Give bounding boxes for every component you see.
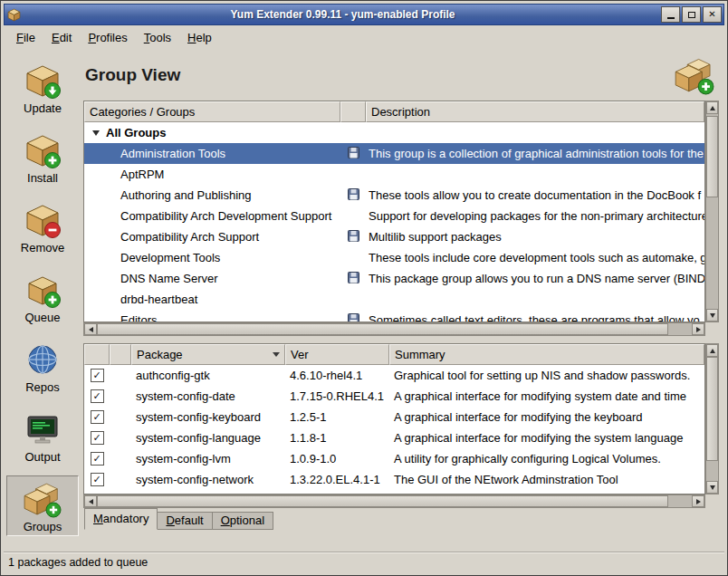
package-version: 1.1.8-1: [285, 431, 389, 445]
column-header-icon[interactable]: [340, 101, 366, 122]
titlebar[interactable]: Yum Extender 0.99.11 - yum-enabled Profi…: [4, 4, 724, 25]
group-row[interactable]: Administration Tools This group is a col…: [84, 143, 704, 164]
group-name: Administration Tools: [84, 147, 340, 160]
group-row[interactable]: Development Tools These tools include co…: [84, 247, 704, 268]
column-header-summary[interactable]: Summary: [389, 344, 704, 365]
menu-tools[interactable]: Tools: [137, 28, 178, 47]
menu-profiles[interactable]: Profiles: [81, 28, 134, 47]
column-header-description[interactable]: Description: [366, 101, 704, 122]
sidebar-item-groups[interactable]: Groups: [6, 475, 79, 536]
sidebar-item-update[interactable]: Update: [6, 57, 79, 118]
scroll-left-button[interactable]: [84, 323, 97, 335]
package-summary: A graphical interface for modifying the …: [389, 431, 704, 445]
menu-help[interactable]: Help: [180, 28, 219, 47]
sidebar: Update Install: [4, 50, 81, 552]
minimize-button[interactable]: [661, 6, 680, 23]
output-monitor-icon: [23, 409, 62, 449]
groups-icon: [23, 479, 62, 519]
column-header-checkbox[interactable]: [84, 344, 110, 365]
sort-arrow-icon[interactable]: [273, 352, 280, 357]
tab-optional[interactable]: Optional: [213, 512, 273, 530]
hscroll-thumb[interactable]: [97, 323, 668, 335]
group-name: Compatibility Arch Development Support: [84, 209, 340, 223]
package-row[interactable]: system-config-lvm 1.0.9-1.0 A utility fo…: [84, 448, 704, 469]
sidebar-label: Queue: [24, 311, 60, 324]
group-row[interactable]: Authoring and Publishing These tools all…: [84, 185, 704, 206]
group-description: This group is a collection of graphical …: [366, 147, 704, 160]
group-name: Authoring and Publishing: [84, 188, 340, 202]
package-checkbox-checked[interactable]: [91, 452, 104, 466]
installed-icon: [348, 188, 359, 203]
group-name: Compatibility Arch Support: [84, 230, 340, 244]
maximize-button[interactable]: [682, 6, 701, 23]
group-name: Editors: [84, 313, 340, 322]
install-icon: [23, 130, 62, 170]
expander-icon[interactable]: [92, 130, 100, 136]
groups-vscrollbar[interactable]: [705, 101, 719, 322]
queue-icon: [23, 270, 62, 310]
content: Update Install: [4, 50, 724, 552]
groups-hscrollbar[interactable]: [83, 322, 705, 336]
tab-mandatory[interactable]: Mandatory: [84, 508, 158, 530]
packages-vscrollbar[interactable]: [705, 343, 719, 494]
package-name: system-config-date: [131, 389, 285, 403]
column-header-package[interactable]: Package: [131, 344, 285, 365]
group-name: drbd-heartbeat: [84, 293, 340, 306]
arrow-down-icon: [710, 485, 715, 490]
menu-edit[interactable]: Edit: [44, 28, 79, 47]
group-row[interactable]: Compatibility Arch Support Multilib supp…: [84, 226, 704, 247]
package-checkbox-checked[interactable]: [91, 389, 104, 403]
installed-icon: [348, 272, 359, 286]
tab-default[interactable]: Default: [158, 512, 212, 530]
sidebar-item-repos[interactable]: Repos: [6, 336, 79, 397]
package-row[interactable]: system-config-language 1.1.8-1 A graphic…: [84, 427, 704, 448]
package-row[interactable]: system-config-date 1.7.15-0.RHEL4.1 A gr…: [84, 386, 704, 407]
window-title: Yum Extender 0.99.11 - yum-enabled Profi…: [24, 8, 661, 21]
scroll-right-button[interactable]: [692, 495, 704, 507]
sidebar-item-output[interactable]: Output: [6, 406, 79, 466]
package-checkbox-checked[interactable]: [91, 473, 104, 486]
menu-file[interactable]: File: [9, 28, 43, 47]
package-row[interactable]: system-config-network 1.3.22.0.EL.4.1-1 …: [84, 469, 704, 490]
group-row[interactable]: AptRPM: [84, 164, 704, 185]
hscroll-thumb[interactable]: [97, 495, 668, 507]
package-version: 1.0.9-1.0: [285, 452, 389, 466]
scroll-up-button[interactable]: [706, 101, 718, 114]
group-row[interactable]: Editors Sometimes called text editors, t…: [84, 310, 704, 322]
installed-icon: [348, 147, 359, 161]
package-checkbox-checked[interactable]: [91, 431, 104, 445]
scroll-left-button[interactable]: [84, 495, 97, 507]
group-row[interactable]: drbd-heartbeat: [84, 289, 704, 310]
packages-hscrollbar[interactable]: [83, 494, 705, 508]
package-summary: A graphical interface for modifying syst…: [389, 389, 704, 403]
package-checkbox-checked[interactable]: [91, 410, 104, 424]
group-description: Multilib support packages: [366, 230, 704, 244]
column-header-ver[interactable]: Ver: [285, 344, 389, 365]
group-root-row[interactable]: All Groups: [84, 122, 704, 143]
column-header-categories[interactable]: Categories / Groups: [84, 101, 340, 122]
vscroll-thumb[interactable]: [706, 116, 718, 197]
vscroll-thumb[interactable]: [706, 357, 718, 461]
sidebar-label: Remove: [21, 241, 64, 254]
scroll-down-button[interactable]: [706, 481, 718, 494]
group-row[interactable]: Compatibility Arch Development Support S…: [84, 206, 704, 226]
close-button[interactable]: ✕: [703, 6, 722, 23]
package-checkbox-checked[interactable]: [91, 369, 104, 382]
sidebar-item-install[interactable]: Install: [6, 127, 79, 187]
scroll-up-button[interactable]: [706, 344, 718, 357]
sidebar-item-remove[interactable]: Remove: [6, 197, 79, 257]
package-row[interactable]: system-config-keyboard 1.2.5-1 A graphic…: [84, 407, 704, 427]
group-row[interactable]: DNS Name Server This package group allow…: [84, 268, 704, 289]
sidebar-item-queue[interactable]: Queue: [6, 266, 79, 327]
groups-table-header: Categories / Groups Description: [84, 101, 704, 122]
package-row[interactable]: authconfig-gtk 4.6.10-rhel4.1 Graphical …: [84, 365, 704, 386]
scroll-down-button[interactable]: [706, 309, 718, 322]
close-icon: ✕: [708, 10, 715, 19]
scroll-right-button[interactable]: [692, 323, 704, 335]
installed-icon: [348, 313, 359, 322]
column-header-flag[interactable]: [110, 344, 131, 365]
packages-table-block: Package Ver Summary authconfig-gtk: [83, 343, 719, 508]
group-description: Sometimes called text editors, these are…: [366, 313, 704, 322]
remove-icon: [23, 200, 62, 240]
arrow-left-icon: [89, 327, 93, 332]
